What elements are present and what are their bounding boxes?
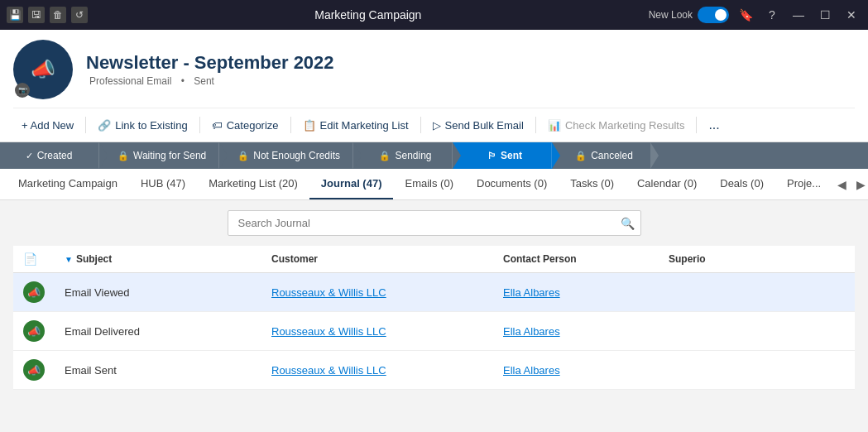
- header-top: 📷 📣 Newsletter - September 2022 Professi…: [13, 40, 855, 108]
- status-step-credits[interactable]: 🔒 Not Enough Credits: [219, 142, 353, 169]
- megaphone-icon: 📣: [31, 58, 55, 81]
- toolbar-sep-1: [85, 117, 86, 133]
- table-row[interactable]: 📣 Email Viewed Rousseaux & Willis LLC El…: [13, 273, 855, 312]
- add-new-button[interactable]: + Add New: [13, 115, 82, 136]
- th-contact[interactable]: Contact Person: [493, 246, 659, 273]
- subtitle-type: Professional Email: [89, 75, 171, 87]
- categorize-button[interactable]: 🏷 Categorize: [204, 115, 287, 136]
- table-row[interactable]: 📣 Email Sent Rousseaux & Willis LLC Ella…: [13, 351, 855, 390]
- tab-calendar[interactable]: Calendar (0): [626, 169, 708, 199]
- camera-icon[interactable]: 📷: [15, 83, 30, 98]
- canceled-icon: 🔒: [575, 151, 587, 161]
- link-icon: 🔗: [98, 119, 111, 132]
- row-3-customer-link[interactable]: Rousseaux & Willis LLC: [271, 364, 386, 377]
- doc-header-icon: 📄: [23, 252, 37, 266]
- send-bulk-email-button[interactable]: ▷ Send Bulk Email: [424, 115, 532, 136]
- th-subject[interactable]: ▼ Subject: [55, 246, 261, 273]
- tab-next-button[interactable]: ▶: [851, 171, 868, 198]
- refresh-icon[interactable]: ↺: [71, 7, 88, 23]
- tab-projects[interactable]: Proje...: [775, 169, 832, 199]
- results-icon: 📊: [548, 119, 561, 132]
- tabs-bar: Marketing Campaign HUB (47) Marketing Li…: [0, 169, 868, 200]
- row-3-contact: Ella Albares: [493, 351, 659, 390]
- more-button[interactable]: ...: [700, 113, 727, 137]
- tab-marketing-list[interactable]: Marketing List (20): [197, 169, 309, 199]
- row-3-status-icon: 📣: [23, 359, 45, 381]
- row-1-subject: Email Viewed: [55, 273, 261, 312]
- tab-documents[interactable]: Documents (0): [465, 169, 559, 199]
- row-1-customer: Rousseaux & Willis LLC: [261, 273, 493, 312]
- search-input-wrap: 🔍: [228, 210, 641, 236]
- window-title: Marketing Campaign: [94, 8, 642, 22]
- header-info: Newsletter - September 2022 Professional…: [86, 52, 855, 87]
- status-step-waiting[interactable]: 🔒 Waiting for Send: [99, 142, 219, 169]
- bookmark-button[interactable]: 🔖: [736, 5, 755, 25]
- status-step-created[interactable]: ✓ Created: [0, 142, 99, 169]
- row-3-subject: Email Sent: [55, 351, 261, 390]
- link-to-existing-label: Link to Existing: [115, 119, 187, 132]
- edit-marketing-list-label: Edit Marketing List: [320, 119, 409, 132]
- row-1-superior: [659, 273, 855, 312]
- row-2-contact-link[interactable]: Ella Albares: [503, 325, 560, 338]
- maximize-button[interactable]: ☐: [815, 5, 835, 25]
- save-icon-2[interactable]: 🖫: [28, 7, 45, 23]
- link-to-existing-button[interactable]: 🔗 Link to Existing: [89, 115, 195, 136]
- title-bar: 💾 🖫 🗑 ↺ Marketing Campaign New Look 🔖 ? …: [0, 0, 868, 30]
- search-input[interactable]: [228, 210, 641, 236]
- edit-list-icon: 📋: [303, 119, 316, 132]
- row-2-status-icon: 📣: [23, 320, 45, 342]
- avatar: 📷 📣: [13, 40, 73, 99]
- send-bulk-email-label: Send Bulk Email: [445, 119, 524, 132]
- row-3-contact-link[interactable]: Ella Albares: [503, 364, 560, 377]
- credits-icon: 🔒: [237, 151, 249, 161]
- tab-hub[interactable]: HUB (47): [129, 169, 197, 199]
- send-icon: ▷: [433, 119, 441, 132]
- minimize-button[interactable]: —: [789, 5, 808, 25]
- status-step-canceled[interactable]: 🔒 Canceled: [552, 142, 651, 169]
- table-row[interactable]: 📣 Email Delivered Rousseaux & Willis LLC…: [13, 312, 855, 351]
- th-customer[interactable]: Customer: [261, 246, 493, 273]
- save-icon-1[interactable]: 💾: [7, 7, 23, 23]
- row-2-contact: Ella Albares: [493, 312, 659, 351]
- trash-icon[interactable]: 🗑: [50, 7, 66, 23]
- toolbar-sep-4: [420, 117, 421, 133]
- journal-table: 📄 ▼ Subject Customer Contact Person Supe…: [13, 246, 855, 390]
- row-3-icon-cell: 📣: [13, 351, 55, 390]
- new-look-toggle: New Look: [649, 7, 729, 23]
- th-superior[interactable]: Superio: [659, 246, 855, 273]
- close-button[interactable]: ✕: [842, 5, 861, 25]
- row-1-contact: Ella Albares: [493, 273, 659, 312]
- help-button[interactable]: ?: [762, 5, 782, 25]
- edit-marketing-list-button[interactable]: 📋 Edit Marketing List: [295, 115, 417, 136]
- row-3-customer: Rousseaux & Willis LLC: [261, 351, 493, 390]
- canceled-label: Canceled: [591, 150, 633, 161]
- tab-journal[interactable]: Journal (47): [309, 169, 394, 199]
- status-bar: ✓ Created 🔒 Waiting for Send 🔒 Not Enoug…: [0, 142, 868, 169]
- row-1-status-icon: 📣: [23, 281, 45, 303]
- search-button[interactable]: 🔍: [621, 217, 635, 230]
- row-2-customer-link[interactable]: Rousseaux & Willis LLC: [271, 325, 386, 338]
- status-step-sent[interactable]: 🏳 Sent: [453, 142, 552, 169]
- row-1-contact-link[interactable]: Ella Albares: [503, 286, 560, 299]
- title-bar-right: New Look 🔖 ? — ☐ ✕: [649, 5, 861, 25]
- row-1-customer-link[interactable]: Rousseaux & Willis LLC: [271, 286, 386, 299]
- sent-label: Sent: [501, 150, 522, 161]
- created-icon: ✓: [26, 151, 33, 161]
- toolbar: + Add New 🔗 Link to Existing 🏷 Categoriz…: [13, 108, 855, 142]
- toolbar-sep-3: [290, 117, 291, 133]
- check-marketing-results-button[interactable]: 📊 Check Marketing Results: [540, 115, 693, 136]
- new-look-switch[interactable]: [698, 7, 729, 23]
- search-bar-wrap: 🔍: [13, 210, 855, 236]
- status-step-sending[interactable]: 🔒 Sending: [353, 142, 453, 169]
- categorize-icon: 🏷: [212, 119, 223, 132]
- tab-tasks[interactable]: Tasks (0): [559, 169, 626, 199]
- th-icon: 📄: [13, 246, 55, 273]
- tab-emails[interactable]: Emails (0): [393, 169, 465, 199]
- sending-label: Sending: [395, 150, 431, 161]
- tab-prev-button[interactable]: ◀: [832, 171, 851, 198]
- content-area: 🔍 📄 ▼ Subject Customer Contact P: [0, 200, 868, 400]
- tab-marketing-campaign[interactable]: Marketing Campaign: [7, 169, 129, 199]
- sending-icon: 🔒: [379, 151, 391, 161]
- tab-deals[interactable]: Deals (0): [708, 169, 775, 199]
- waiting-icon: 🔒: [117, 151, 129, 161]
